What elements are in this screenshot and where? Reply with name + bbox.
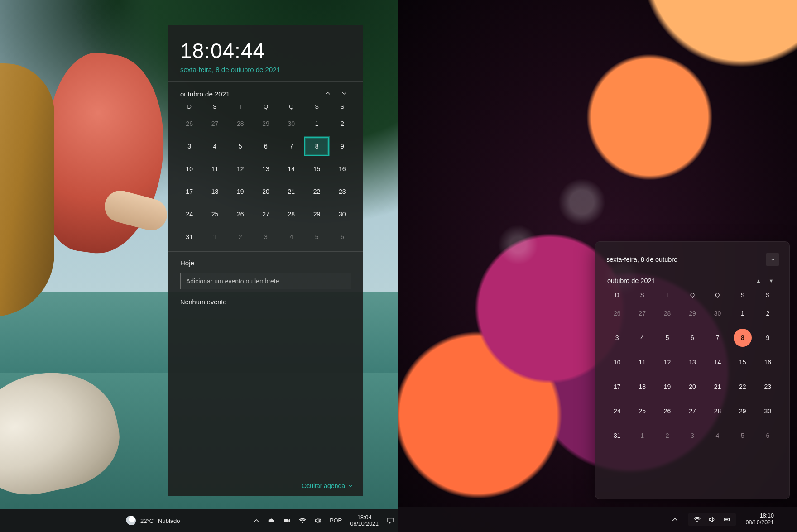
calendar-day[interactable]: 30 bbox=[705, 303, 730, 324]
calendar-day[interactable]: 9 bbox=[755, 327, 780, 348]
calendar-day[interactable]: 2 bbox=[228, 227, 253, 247]
calendar-day[interactable]: 7 bbox=[705, 327, 730, 348]
onedrive-icon[interactable] bbox=[268, 517, 275, 524]
calendar-day[interactable]: 29 bbox=[304, 204, 329, 224]
calendar-day[interactable]: 13 bbox=[680, 352, 705, 373]
calendar-day[interactable]: 22 bbox=[730, 376, 755, 397]
calendar-day[interactable]: 14 bbox=[705, 352, 730, 373]
hide-agenda-button[interactable]: Ocultar agenda bbox=[302, 482, 353, 489]
calendar-day[interactable]: 21 bbox=[705, 376, 730, 397]
add-event-input[interactable] bbox=[180, 273, 351, 289]
calendar-day[interactable]: 2 bbox=[655, 425, 680, 446]
calendar-day-today[interactable]: 8 bbox=[734, 329, 752, 347]
calendar-day[interactable]: 26 bbox=[228, 204, 253, 224]
calendar-day[interactable]: 24 bbox=[177, 204, 202, 224]
calendar-day[interactable]: 21 bbox=[278, 182, 304, 201]
calendar-day[interactable]: 11 bbox=[202, 159, 227, 179]
taskbar-clock[interactable]: 18:10 08/10/2021 bbox=[745, 513, 774, 526]
calendar-day[interactable]: 10 bbox=[177, 159, 202, 179]
calendar-day[interactable]: 19 bbox=[655, 376, 680, 397]
calendar-day[interactable]: 7 bbox=[278, 136, 304, 156]
weather-widget[interactable]: 22°C Nublado bbox=[126, 516, 180, 526]
calendar-day[interactable]: 12 bbox=[228, 159, 253, 179]
calendar-day[interactable]: 25 bbox=[202, 204, 227, 224]
calendar-day[interactable]: 1 bbox=[730, 303, 755, 324]
collapse-button[interactable] bbox=[766, 253, 779, 266]
calendar-day[interactable]: 4 bbox=[705, 425, 730, 446]
calendar-day[interactable]: 5 bbox=[730, 425, 755, 446]
prev-month-button[interactable]: ▲ bbox=[752, 278, 765, 283]
calendar-day[interactable]: 27 bbox=[680, 401, 705, 422]
calendar-day[interactable]: 5 bbox=[228, 136, 253, 156]
meet-now-icon[interactable] bbox=[283, 517, 291, 524]
calendar-day[interactable]: 20 bbox=[253, 182, 278, 201]
calendar-day[interactable]: 4 bbox=[202, 136, 227, 156]
calendar-day-today[interactable]: 8 bbox=[304, 136, 329, 156]
calendar-day[interactable]: 26 bbox=[655, 401, 680, 422]
action-center-button[interactable] bbox=[387, 517, 394, 524]
calendar-day[interactable]: 6 bbox=[680, 327, 705, 348]
calendar-day[interactable]: 26 bbox=[605, 303, 629, 324]
calendar-day[interactable]: 18 bbox=[629, 376, 654, 397]
calendar-day[interactable]: 31 bbox=[177, 227, 202, 247]
quick-settings-button[interactable] bbox=[688, 513, 736, 526]
tray-overflow-button[interactable] bbox=[671, 516, 679, 523]
calendar-day[interactable]: 29 bbox=[253, 114, 278, 134]
calendar-day[interactable]: 5 bbox=[655, 327, 680, 348]
tray-overflow-button[interactable] bbox=[253, 517, 260, 524]
next-month-button[interactable] bbox=[336, 90, 352, 98]
next-month-button[interactable]: ▼ bbox=[765, 278, 778, 283]
calendar-day[interactable]: 15 bbox=[304, 159, 329, 179]
calendar-day[interactable]: 24 bbox=[605, 401, 629, 422]
calendar-day[interactable]: 31 bbox=[605, 425, 629, 446]
calendar-day[interactable]: 15 bbox=[730, 352, 755, 373]
calendar-day[interactable]: 18 bbox=[202, 182, 227, 201]
calendar-day[interactable]: 6 bbox=[755, 425, 780, 446]
calendar-day[interactable]: 27 bbox=[629, 303, 654, 324]
calendar-day[interactable]: 22 bbox=[304, 182, 329, 201]
calendar-day[interactable]: 29 bbox=[680, 303, 705, 324]
calendar-day[interactable]: 9 bbox=[330, 136, 355, 156]
calendar-day[interactable]: 28 bbox=[655, 303, 680, 324]
calendar-day[interactable]: 27 bbox=[202, 114, 227, 134]
calendar-day[interactable]: 26 bbox=[177, 114, 202, 134]
language-indicator[interactable]: POR bbox=[330, 518, 342, 524]
calendar-day[interactable]: 27 bbox=[253, 204, 278, 224]
calendar-day[interactable]: 13 bbox=[253, 159, 278, 179]
prev-month-button[interactable] bbox=[320, 90, 336, 98]
calendar-day[interactable]: 17 bbox=[177, 182, 202, 201]
calendar-day[interactable]: 3 bbox=[253, 227, 278, 247]
calendar-day[interactable]: 1 bbox=[304, 114, 329, 134]
calendar-day[interactable]: 28 bbox=[705, 401, 730, 422]
calendar-day[interactable]: 2 bbox=[330, 114, 355, 134]
calendar-day[interactable]: 2 bbox=[755, 303, 780, 324]
win10-taskbar[interactable]: 22°C Nublado POR 18:04 08/10/2021 bbox=[0, 509, 398, 532]
calendar-day[interactable]: 3 bbox=[177, 136, 202, 156]
calendar-day[interactable]: 11 bbox=[629, 352, 654, 373]
calendar-day[interactable]: 5 bbox=[304, 227, 329, 247]
calendar-day[interactable]: 12 bbox=[655, 352, 680, 373]
calendar-day[interactable]: 29 bbox=[730, 401, 755, 422]
calendar-day[interactable]: 4 bbox=[629, 327, 654, 348]
clock-date-link[interactable]: sexta-feira, 8 de outubro de 2021 bbox=[180, 66, 351, 73]
month-label[interactable]: outubro de 2021 bbox=[607, 277, 752, 284]
calendar-day[interactable]: 1 bbox=[629, 425, 654, 446]
month-label[interactable]: outubro de 2021 bbox=[180, 90, 320, 98]
calendar-day[interactable]: 25 bbox=[629, 401, 654, 422]
calendar-day[interactable]: 6 bbox=[253, 136, 278, 156]
calendar-day[interactable]: 14 bbox=[278, 159, 304, 179]
calendar-day[interactable]: 23 bbox=[330, 182, 355, 201]
calendar-day[interactable]: 28 bbox=[278, 204, 304, 224]
win11-taskbar[interactable]: 18:10 08/10/2021 bbox=[398, 507, 797, 532]
date-full[interactable]: sexta-feira, 8 de outubro bbox=[606, 256, 766, 263]
calendar-day[interactable]: 30 bbox=[330, 204, 355, 224]
calendar-day[interactable]: 23 bbox=[755, 376, 780, 397]
calendar-day[interactable]: 3 bbox=[605, 327, 629, 348]
calendar-day[interactable]: 1 bbox=[202, 227, 227, 247]
calendar-day[interactable]: 10 bbox=[605, 352, 629, 373]
calendar-day[interactable]: 16 bbox=[330, 159, 355, 179]
calendar-day[interactable]: 6 bbox=[330, 227, 355, 247]
calendar-day[interactable]: 4 bbox=[278, 227, 304, 247]
calendar-day[interactable]: 16 bbox=[755, 352, 780, 373]
calendar-day[interactable]: 30 bbox=[755, 401, 780, 422]
